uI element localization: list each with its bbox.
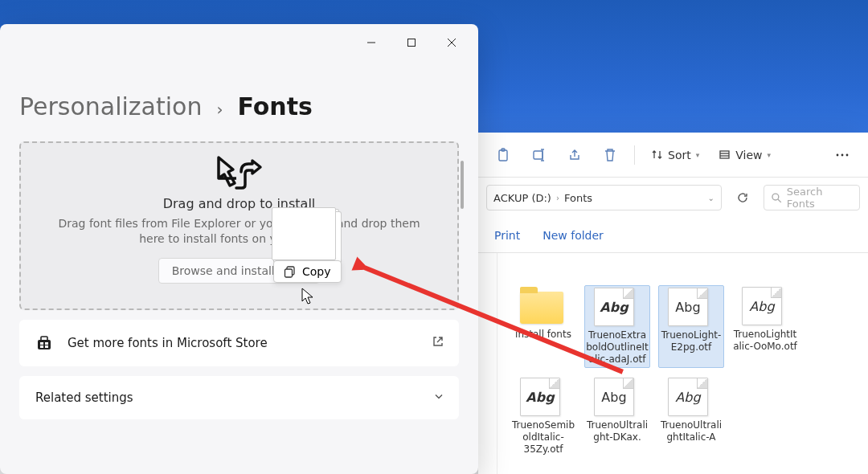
search-placeholder: Search Fonts	[787, 186, 853, 210]
delete-icon[interactable]	[594, 141, 626, 170]
dropzone-description: Drag font files from File Explorer or yo…	[35, 216, 443, 247]
font-file-icon: Abg	[594, 288, 641, 326]
search-icon	[771, 192, 782, 203]
font-file-icon: Abg	[520, 378, 567, 416]
store-card[interactable]: Get more fonts in Microsoft Store	[19, 320, 459, 366]
svg-point-23	[841, 153, 844, 156]
toolbar-separator	[634, 145, 635, 165]
file-name-label: TruenoLightItalic-OoMo.otf	[733, 329, 797, 353]
breadcrumb: Personalization › Fonts	[0, 92, 478, 121]
view-icon	[719, 149, 731, 161]
chevron-down-icon: ▾	[767, 151, 771, 159]
related-settings-card[interactable]: Related settings	[19, 376, 459, 419]
minimize-button[interactable]	[353, 28, 390, 57]
chevron-right-icon: ›	[556, 194, 559, 202]
svg-rect-1	[408, 39, 416, 46]
drag-ghost-thumbnail	[272, 207, 336, 260]
svg-rect-6	[40, 342, 43, 345]
dropzone-title: Drag and drop to install	[35, 196, 443, 211]
file-name-label: TruenoUltralightItalic-A	[659, 419, 723, 443]
svg-rect-19	[720, 151, 729, 158]
file-item[interactable]: AbgTruenoSemiboldItalic-35Zy.otf	[510, 376, 576, 457]
svg-rect-5	[41, 337, 47, 341]
titlebar	[0, 24, 478, 60]
external-link-icon	[432, 335, 444, 351]
breadcrumb-current: Fonts	[237, 92, 312, 121]
view-label: View	[735, 149, 762, 161]
font-file-icon: Abg	[742, 287, 788, 325]
sort-button[interactable]: Sort ▾	[643, 144, 707, 166]
chevron-down-icon	[433, 390, 444, 406]
file-name-label: TruenoLight-E2pg.otf	[660, 329, 723, 353]
sort-icon	[651, 149, 663, 161]
maximize-button[interactable]	[393, 28, 430, 57]
paste-icon[interactable]	[488, 141, 520, 170]
breadcrumb-parent[interactable]: Personalization	[19, 92, 202, 121]
file-name-label: TruenoUltralight-DKax.	[585, 419, 649, 443]
related-settings-label: Related settings	[35, 390, 133, 405]
font-file-icon: Abg	[668, 378, 714, 416]
svg-point-22	[837, 153, 839, 156]
chevron-down-icon[interactable]: ⌄	[708, 194, 714, 202]
file-item[interactable]: AbgTruenoUltralight-DKax.	[584, 376, 650, 457]
address-folder: Fonts	[564, 192, 592, 204]
refresh-button[interactable]	[730, 185, 755, 210]
share-icon[interactable]	[559, 141, 591, 170]
new-folder-button[interactable]: New folder	[542, 229, 604, 242]
rename-icon[interactable]	[523, 141, 555, 170]
explorer-address-row: ACKUP (D:) › Fonts ⌄ Search Fonts	[478, 178, 868, 218]
font-file-icon: Abg	[668, 288, 714, 326]
file-item[interactable]: AbgTruenoLightItalic-OoMo.otf	[732, 285, 798, 368]
print-button[interactable]: Print	[494, 229, 520, 242]
explorer-toolbar: Sort ▾ View ▾	[478, 133, 868, 178]
address-drive: ACKUP (D:)	[493, 192, 551, 204]
svg-rect-9	[45, 345, 48, 348]
store-icon	[35, 334, 53, 352]
scrollbar[interactable]	[461, 161, 464, 209]
file-item[interactable]: AbgTruenoUltralightItalic-A	[658, 376, 724, 457]
search-input[interactable]: Search Fonts	[764, 185, 860, 210]
close-button[interactable]	[433, 28, 470, 57]
svg-rect-11	[285, 269, 293, 277]
drag-drop-icon	[35, 153, 443, 194]
svg-point-25	[772, 194, 779, 200]
sort-label: Sort	[668, 149, 691, 161]
svg-rect-7	[45, 342, 48, 345]
address-bar[interactable]: ACKUP (D:) › Fonts ⌄	[486, 185, 722, 210]
drag-tooltip-label: Copy	[302, 265, 331, 278]
file-list: install fontsAbgTruenoExtraboldOutlineIt…	[478, 253, 868, 474]
drag-copy-tooltip: Copy	[273, 260, 342, 283]
settings-window: Personalization › Fonts Drag and drop to…	[0, 24, 478, 474]
file-name-label: TruenoSemiboldItalic-35Zy.otf	[511, 419, 575, 456]
explorer-command-bar: Print New folder	[478, 218, 868, 253]
chevron-down-icon: ▾	[696, 151, 700, 159]
file-item[interactable]: AbgTruenoLight-E2pg.otf	[658, 285, 724, 368]
copy-icon	[284, 266, 296, 278]
svg-line-26	[778, 199, 781, 202]
file-explorer-window: Sort ▾ View ▾ ACKUP (D:) › Fonts ⌄ Searc…	[478, 133, 868, 474]
svg-point-24	[846, 153, 849, 156]
store-card-label: Get more fonts in Microsoft Store	[68, 336, 268, 350]
view-button[interactable]: View ▾	[710, 144, 779, 166]
svg-rect-13	[499, 150, 507, 161]
svg-rect-8	[40, 345, 43, 348]
svg-rect-15	[534, 151, 542, 159]
cursor-icon	[301, 288, 316, 309]
chevron-right-icon: ›	[216, 100, 223, 119]
more-options-button[interactable]	[826, 141, 858, 170]
